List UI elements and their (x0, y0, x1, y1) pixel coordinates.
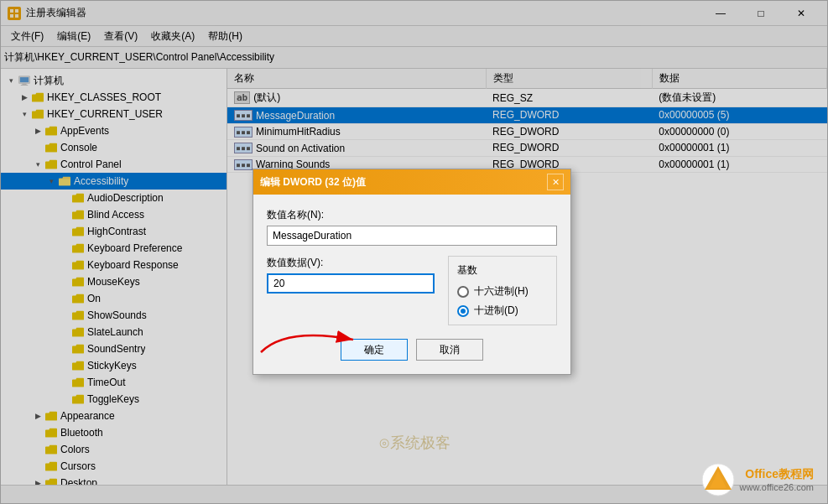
base-title: 基数 (457, 263, 548, 278)
main-window: 注册表编辑器 — □ ✕ 文件(F) 编辑(E) 查看(V) 收藏夹(A) 帮助… (0, 0, 828, 504)
cancel-button[interactable]: 取消 (416, 339, 483, 361)
dialog-close-button[interactable]: ✕ (547, 174, 564, 190)
name-field-group: 数值名称(N): (267, 208, 557, 246)
radio-dec-circle[interactable] (457, 305, 469, 317)
radio-hex[interactable]: 十六进制(H) (457, 284, 548, 299)
radio-dec[interactable]: 十进制(D) (457, 304, 548, 318)
dialog-buttons: 确定 取消 (267, 339, 557, 361)
dialog-overlay: 编辑 DWORD (32 位)值 ✕ 数值名称(N): 数值数据(V): (1, 1, 827, 503)
radio-dec-label: 十进制(D) (474, 304, 518, 318)
name-input[interactable] (267, 226, 557, 246)
value-field-label: 数值数据(V): (267, 256, 435, 270)
dialog-titlebar: 编辑 DWORD (32 位)值 ✕ (253, 169, 570, 195)
office-logo: Office教程网 www.office26.com (701, 463, 814, 496)
radio-hex-circle[interactable] (457, 286, 469, 298)
dialog-body: 数值名称(N): 数值数据(V): 基数 十六进制(H) (253, 195, 570, 374)
radio-hex-label: 十六进制(H) (474, 284, 529, 299)
value-row: 数值数据(V): 基数 十六进制(H) 十进制(D) (267, 256, 557, 325)
dialog-title: 编辑 DWORD (32 位)值 (260, 175, 547, 190)
value-section: 数值数据(V): (267, 256, 435, 294)
ok-button[interactable]: 确定 (341, 339, 408, 361)
name-field-label: 数值名称(N): (267, 208, 557, 222)
base-section: 基数 十六进制(H) 十进制(D) (448, 256, 557, 325)
office-text-line2: www.office26.com (740, 481, 814, 493)
value-input[interactable] (267, 273, 435, 294)
dialog-dword: 编辑 DWORD (32 位)值 ✕ 数值名称(N): 数值数据(V): (253, 169, 571, 375)
radio-group: 十六进制(H) 十进制(D) (457, 284, 548, 318)
office-text: Office教程网 www.office26.com (740, 466, 814, 493)
office-text-line1: Office教程网 (740, 466, 814, 481)
